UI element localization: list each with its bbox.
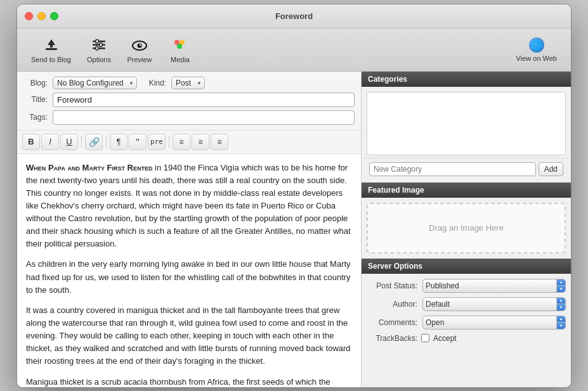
trackbacks-label: TrackBacks:	[367, 334, 417, 343]
globe-icon: 🌐	[529, 37, 544, 53]
send-to-blog-button[interactable]: Send to Blog	[25, 34, 77, 66]
blog-label: Blog:	[23, 79, 48, 87]
tags-input[interactable]	[53, 110, 355, 125]
format-separator-3	[169, 136, 169, 148]
author-down[interactable]: ▼	[557, 304, 565, 311]
svg-rect-2	[93, 41, 105, 42]
author-stepper: ▲ ▼	[556, 298, 565, 311]
featured-image-header: Featured Image	[362, 183, 571, 198]
comments-select[interactable]: Open Closed	[423, 316, 556, 329]
code-button[interactable]: pre	[148, 134, 166, 150]
author-select[interactable]: Default	[423, 298, 556, 311]
kind-label: Kind:	[142, 79, 166, 87]
align-center-button[interactable]: ≡	[192, 134, 209, 150]
meta-bar: Blog: No Blog Configured Kind: Post Ti	[17, 72, 361, 131]
svg-rect-0	[46, 48, 57, 50]
author-label: Author:	[367, 300, 417, 309]
options-label: Options	[87, 56, 111, 63]
editor-paragraph-2: As children in the very early morning ly…	[26, 258, 352, 296]
server-options-section: Post Status: Published Draft Pending Rev…	[362, 274, 571, 352]
svg-rect-5	[96, 39, 98, 43]
svg-point-10	[140, 44, 141, 45]
main-area: Blog: No Blog Configured Kind: Post Ti	[17, 72, 571, 387]
categories-list	[367, 92, 566, 155]
post-status-select-group: Published Draft Pending Review ▲ ▼	[422, 279, 566, 293]
categories-header: Categories	[362, 72, 571, 87]
left-panel: Blog: No Blog Configured Kind: Post Ti	[17, 72, 362, 387]
underline-button[interactable]: U	[60, 134, 78, 150]
trackbacks-checkbox[interactable]	[421, 334, 429, 342]
toolbar: Send to Blog Options	[17, 29, 571, 72]
author-row: Author: Default ▲ ▼	[367, 297, 566, 311]
editor-paragraph-3: It was a country covered in manigua thic…	[26, 304, 352, 368]
minimize-button[interactable]	[37, 12, 46, 20]
editor-paragraph-4: Manigua thicket is a scrub acacia thornb…	[26, 376, 352, 387]
kind-select-wrapper: Post	[171, 77, 205, 89]
align-right-button[interactable]: ≡	[211, 134, 228, 150]
comments-label: Comments:	[367, 318, 417, 327]
post-status-up[interactable]: ▲	[557, 279, 565, 286]
preview-button[interactable]: Preview	[121, 34, 159, 66]
comments-row: Comments: Open Closed ▲ ▼	[367, 316, 566, 330]
title-row: Title:	[23, 93, 355, 107]
svg-rect-7	[96, 46, 98, 50]
editor-paragraph-1: When Papa and Marty First Rented in 1940…	[26, 162, 352, 251]
format-separator-2	[106, 136, 107, 148]
traffic-lights	[25, 12, 58, 20]
send-to-blog-label: Send to Blog	[31, 56, 71, 63]
media-label: Media	[171, 56, 190, 63]
options-button[interactable]: Options	[80, 34, 118, 66]
bold-button[interactable]: B	[22, 134, 40, 150]
svg-rect-3	[93, 44, 105, 46]
svg-rect-4	[93, 48, 105, 49]
maximize-button[interactable]	[50, 12, 58, 20]
media-button[interactable]: Media	[161, 34, 199, 66]
add-category-button[interactable]: Add	[539, 162, 563, 176]
post-status-row: Post Status: Published Draft Pending Rev…	[367, 279, 566, 293]
preview-icon	[131, 36, 148, 54]
main-window: Foreword Send to Blog	[16, 4, 572, 388]
italic-button[interactable]: I	[41, 134, 59, 150]
blog-select[interactable]: No Blog Configured	[53, 77, 137, 89]
author-up[interactable]: ▲	[557, 298, 565, 304]
featured-image-dropzone[interactable]: Drag an Image Here	[367, 203, 566, 253]
title-input[interactable]	[53, 93, 355, 107]
svg-marker-1	[48, 39, 55, 48]
send-to-blog-icon	[42, 36, 60, 54]
preview-label: Preview	[127, 56, 152, 63]
featured-image-section: Drag an Image Here	[362, 198, 571, 259]
author-select-group: Default ▲ ▼	[422, 297, 566, 311]
post-status-down[interactable]: ▼	[557, 286, 565, 292]
right-panel: Categories Add Featured Image Drag an Im…	[362, 72, 571, 387]
new-category-input[interactable]	[369, 162, 536, 176]
svg-point-9	[138, 43, 142, 48]
editor-area[interactable]: When Papa and Marty First Rented in 1940…	[17, 154, 361, 387]
svg-rect-6	[100, 43, 102, 47]
category-input-row: Add	[364, 158, 568, 180]
kind-select[interactable]: Post	[171, 77, 205, 89]
link-button[interactable]: 🔗	[85, 134, 103, 150]
view-on-web-button[interactable]: 🌐 View on Web	[510, 35, 563, 65]
post-status-select[interactable]: Published Draft Pending Review	[423, 279, 556, 292]
comments-down[interactable]: ▼	[557, 323, 565, 329]
title-label: Title:	[23, 95, 48, 104]
blog-row: Blog: No Blog Configured Kind: Post	[23, 77, 355, 89]
title-bar: Foreword	[17, 4, 571, 29]
post-status-stepper: ▲ ▼	[556, 279, 565, 292]
format-separator-1	[81, 136, 82, 148]
categories-section: Add	[362, 87, 571, 183]
trackbacks-accept-label: Accept	[433, 334, 457, 343]
align-left-button[interactable]: ≡	[173, 134, 190, 150]
comments-up[interactable]: ▲	[557, 316, 565, 323]
tags-label: Tags:	[23, 113, 48, 122]
close-button[interactable]	[25, 12, 33, 20]
svg-point-13	[177, 44, 182, 49]
tags-row: Tags:	[23, 110, 355, 125]
comments-select-group: Open Closed ▲ ▼	[422, 316, 566, 330]
featured-image-placeholder: Drag an Image Here	[429, 223, 504, 233]
options-icon	[90, 36, 108, 54]
paragraph-button[interactable]: ¶	[110, 134, 127, 150]
blog-select-wrapper: No Blog Configured	[53, 77, 137, 89]
post-status-label: Post Status:	[367, 281, 417, 290]
blockquote-button[interactable]: "	[129, 134, 147, 150]
